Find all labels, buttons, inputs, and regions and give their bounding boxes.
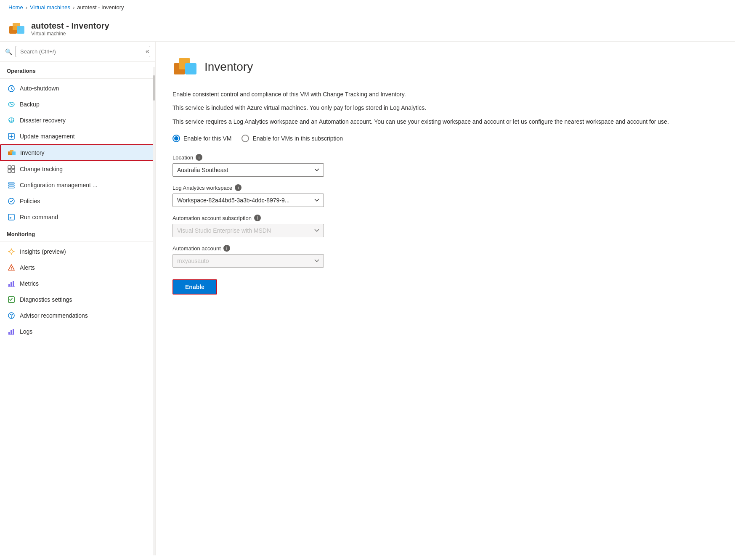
svg-rect-17 bbox=[12, 170, 15, 173]
svg-rect-13 bbox=[12, 151, 16, 155]
sidebar-item-run-command[interactable]: ▶ Run command bbox=[0, 209, 155, 225]
enable-button[interactable]: Enable bbox=[172, 279, 217, 295]
automation-sub-select[interactable]: Visual Studio Enterprise with MSDN bbox=[172, 224, 324, 237]
page-title: autotest - Inventory bbox=[31, 21, 109, 31]
alerts-icon bbox=[7, 263, 16, 272]
change-icon bbox=[7, 165, 16, 173]
sidebar-item-label: Disaster recovery bbox=[20, 117, 66, 124]
automation-account-select[interactable]: mxyausauto bbox=[172, 254, 324, 268]
search-icon: 🔍 bbox=[5, 48, 12, 55]
svg-point-24 bbox=[10, 250, 13, 253]
inventory-icon bbox=[8, 149, 16, 157]
operations-section-label: Operations bbox=[0, 62, 155, 77]
sidebar-collapse-button[interactable]: « bbox=[143, 46, 152, 57]
search-input[interactable] bbox=[16, 46, 150, 57]
svg-point-37 bbox=[11, 317, 12, 318]
main-inventory-icon bbox=[172, 54, 198, 80]
sidebar-item-diagnostics[interactable]: Diagnostics settings bbox=[0, 292, 155, 308]
operations-divider bbox=[0, 78, 155, 79]
sidebar-item-label: Update management bbox=[20, 133, 75, 140]
breadcrumb-current: autotest - Inventory bbox=[77, 4, 124, 11]
svg-rect-16 bbox=[8, 170, 11, 173]
radio-this-vm-label: Enable for this VM bbox=[183, 135, 231, 142]
disaster-icon bbox=[7, 116, 16, 125]
sidebar-item-insights[interactable]: Insights (preview) bbox=[0, 244, 155, 260]
advisor-icon bbox=[7, 311, 16, 320]
sidebar-item-label: Logs bbox=[20, 328, 32, 335]
policies-icon bbox=[7, 197, 16, 205]
sidebar-item-label: Inventory bbox=[20, 149, 45, 156]
sidebar-item-label: Auto-shutdown bbox=[20, 85, 59, 92]
monitoring-divider bbox=[0, 242, 155, 242]
radio-group: Enable for this VM Enable for VMs in thi… bbox=[172, 135, 718, 142]
metrics-icon bbox=[7, 279, 16, 288]
automation-account-group: Automation account i mxyausauto bbox=[172, 245, 718, 268]
sidebar-item-backup[interactable]: Backup bbox=[0, 96, 155, 112]
radio-subscription[interactable]: Enable for VMs in this subscription bbox=[241, 135, 343, 142]
sidebar-search-container: 🔍 bbox=[0, 42, 155, 62]
sidebar-item-inventory[interactable]: Inventory bbox=[0, 144, 155, 161]
update-icon bbox=[7, 132, 16, 141]
svg-rect-19 bbox=[8, 185, 14, 186]
sidebar-item-configuration-management[interactable]: Configuration management ... bbox=[0, 177, 155, 193]
page-subtitle: Virtual machine bbox=[31, 31, 109, 37]
sidebar-item-alerts[interactable]: Alerts bbox=[0, 260, 155, 276]
breadcrumb-vms[interactable]: Virtual machines bbox=[30, 4, 70, 11]
sidebar-scrollbar bbox=[153, 67, 155, 555]
automation-sub-label: Automation account subscription i bbox=[172, 215, 718, 221]
sidebar-item-policies[interactable]: Policies bbox=[0, 193, 155, 209]
sidebar-item-label: Configuration management ... bbox=[20, 182, 97, 188]
radio-this-vm[interactable]: Enable for this VM bbox=[172, 135, 231, 142]
svg-rect-33 bbox=[13, 281, 14, 287]
svg-rect-2 bbox=[17, 26, 24, 34]
config-icon bbox=[7, 181, 16, 189]
description-1: Enable consistent control and compliance… bbox=[172, 90, 718, 99]
sidebar-item-label: Metrics bbox=[20, 280, 39, 287]
svg-line-5 bbox=[11, 89, 13, 90]
run-icon: ▶ bbox=[7, 213, 16, 221]
main-title: Inventory bbox=[204, 60, 253, 74]
location-label: Location i bbox=[172, 154, 718, 161]
sidebar-item-auto-shutdown[interactable]: Auto-shutdown bbox=[0, 80, 155, 96]
svg-rect-20 bbox=[8, 187, 14, 188]
sidebar-item-label: Diagnostics settings bbox=[20, 296, 72, 303]
svg-rect-14 bbox=[8, 166, 11, 169]
automation-account-info-icon[interactable]: i bbox=[223, 245, 230, 252]
workspace-info-icon[interactable]: i bbox=[235, 184, 241, 191]
breadcrumb: Home › Virtual machines › autotest - Inv… bbox=[0, 0, 735, 15]
sidebar: 🔍 « Operations Auto-shutdown bbox=[0, 42, 156, 555]
workspace-group: Log Analytics workspace i Workspace-82a4… bbox=[172, 184, 718, 207]
svg-rect-32 bbox=[11, 282, 12, 287]
breadcrumb-home[interactable]: Home bbox=[8, 4, 23, 11]
description-3: This service requires a Log Analytics wo… bbox=[172, 117, 718, 126]
diagnostics-icon bbox=[7, 295, 16, 304]
svg-rect-40 bbox=[13, 329, 14, 334]
sidebar-item-update-management[interactable]: Update management bbox=[0, 128, 155, 144]
description-2: This service is included with Azure virt… bbox=[172, 103, 718, 112]
sidebar-item-label: Backup bbox=[20, 101, 40, 108]
vm-inventory-header-icon bbox=[8, 20, 25, 37]
sidebar-content: Operations Auto-shutdown bbox=[0, 62, 155, 555]
svg-rect-44 bbox=[185, 63, 196, 74]
sidebar-item-label: Alerts bbox=[20, 264, 35, 271]
radio-circle-this-vm bbox=[172, 135, 180, 142]
location-group: Location i Australia Southeast bbox=[172, 154, 718, 177]
sidebar-item-disaster-recovery[interactable]: Disaster recovery bbox=[0, 112, 155, 128]
monitoring-section-label: Monitoring bbox=[0, 225, 155, 240]
svg-point-30 bbox=[11, 269, 12, 270]
main-title-row: Inventory bbox=[172, 54, 718, 80]
sidebar-item-advisor[interactable]: Advisor recommendations bbox=[0, 308, 155, 324]
automation-sub-info-icon[interactable]: i bbox=[254, 215, 261, 221]
workspace-select[interactable]: Workspace-82a44bd5-3a3b-4ddc-8979-9... bbox=[172, 194, 324, 207]
sidebar-item-label: Insights (preview) bbox=[20, 248, 66, 255]
main-content: Inventory Enable consistent control and … bbox=[156, 42, 735, 555]
location-info-icon[interactable]: i bbox=[196, 154, 202, 161]
sidebar-item-logs[interactable]: Logs bbox=[0, 324, 155, 340]
logs-icon bbox=[7, 327, 16, 336]
sidebar-item-label: Policies bbox=[20, 198, 40, 204]
sidebar-item-label: Change tracking bbox=[20, 166, 63, 173]
sidebar-item-change-tracking[interactable]: Change tracking bbox=[0, 161, 155, 177]
location-select[interactable]: Australia Southeast bbox=[172, 163, 324, 177]
sidebar-scrollbar-thumb bbox=[153, 75, 155, 101]
sidebar-item-metrics[interactable]: Metrics bbox=[0, 276, 155, 292]
